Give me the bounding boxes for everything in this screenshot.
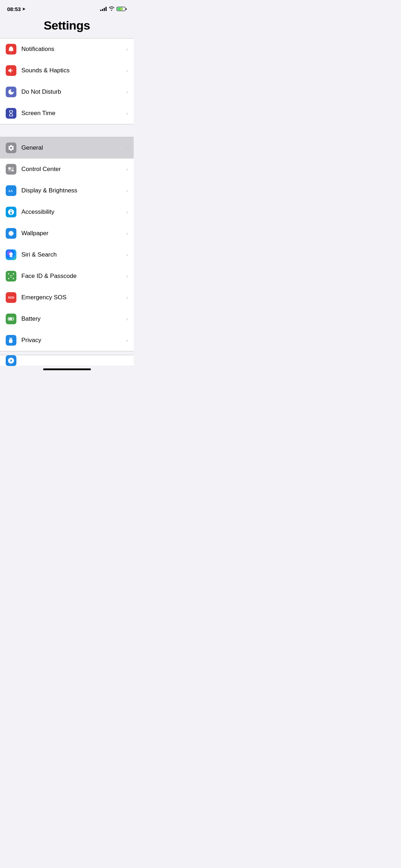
chevron-icon: › [126,188,128,193]
location-icon: ➤ [22,7,25,11]
display-icon: AA [6,185,16,196]
accessibility-icon [6,207,16,217]
donotdisturb-label: Do Not Disturb [21,88,126,95]
battery-icon: ⚡ [117,7,127,11]
controlcenter-label: Control Center [21,166,126,173]
sounds-label: Sounds & Haptics [21,67,126,74]
chevron-icon: › [126,46,128,52]
chevron-icon: › [126,209,128,215]
chevron-icon: › [126,273,128,279]
svg-rect-0 [9,167,11,170]
bottom-peek [0,355,134,366]
wallpaper-icon [6,228,16,239]
privacy-icon [6,335,16,346]
chevron-icon: › [126,231,128,236]
chevron-icon: › [126,252,128,258]
svg-rect-20 [8,278,9,279]
display-label: Display & Brightness [21,187,126,194]
svg-point-22 [10,275,11,276]
signal-bars [100,7,107,11]
settings-group-2: General › Control Center › AA Display & … [0,137,134,351]
chevron-icon: › [126,166,128,172]
settings-group-1: Notifications › Sounds & Haptics › Do No… [0,38,134,124]
svg-point-13 [10,232,12,234]
settings-item-battery[interactable]: Battery › [0,308,134,330]
status-right: ⚡ [100,6,127,12]
faceid-label: Face ID & Passcode [21,273,126,280]
battery-settings-icon [6,314,16,324]
svg-rect-25 [14,318,14,319]
settings-item-controlcenter[interactable]: Control Center › [0,159,134,180]
settings-item-accessibility[interactable]: Accessibility › [0,201,134,223]
settings-item-faceid[interactable]: Face ID & Passcode › [0,265,134,287]
settings-item-general[interactable]: General › [0,137,134,159]
screentime-label: Screen Time [21,110,126,117]
chevron-icon: › [126,110,128,116]
emergencysos-label: Emergency SOS [21,294,126,301]
status-time: 08:53 ➤ [7,6,25,12]
svg-rect-18 [8,273,9,275]
notifications-icon [6,44,16,55]
emergencysos-icon: SOS [6,292,16,303]
sounds-icon [6,65,16,76]
svg-rect-2 [9,170,11,171]
settings-item-display[interactable]: AA Display & Brightness › [0,180,134,201]
battery-label: Battery [21,315,126,322]
settings-item-emergencysos[interactable]: SOS Emergency SOS › [0,287,134,308]
settings-item-screentime[interactable]: Screen Time › [0,103,134,124]
faceid-icon [6,271,16,281]
general-label: General [21,144,126,151]
section-divider-2 [0,351,134,355]
chevron-icon: › [126,316,128,322]
peek-icon [6,355,16,366]
page-title: Settings [0,16,134,38]
siri-label: Siri & Search [21,251,126,258]
wifi-icon [109,6,114,12]
section-divider-1 [0,124,134,137]
chevron-icon: › [126,295,128,300]
donotdisturb-icon [6,87,16,97]
chevron-icon: › [126,89,128,95]
svg-point-23 [11,275,12,276]
chevron-icon: › [126,145,128,151]
siri-icon [6,249,16,260]
svg-text:AA: AA [8,189,13,193]
svg-rect-3 [11,170,14,171]
chevron-icon: › [126,68,128,73]
settings-item-sounds[interactable]: Sounds & Haptics › [0,60,134,81]
svg-rect-21 [14,278,14,279]
settings-item-notifications[interactable]: Notifications › [0,38,134,60]
home-indicator [43,368,91,370]
settings-item-wallpaper[interactable]: Wallpaper › [0,223,134,244]
chevron-icon: › [126,337,128,343]
settings-item-donotdisturb[interactable]: Do Not Disturb › [0,81,134,103]
screentime-icon [6,108,16,119]
notifications-label: Notifications [21,46,126,53]
home-indicator-area [0,366,134,373]
svg-rect-1 [11,167,14,170]
privacy-label: Privacy [21,337,126,344]
general-icon [6,143,16,153]
svg-rect-19 [14,273,14,275]
settings-item-siri[interactable]: Siri & Search › [0,244,134,265]
controlcenter-icon [6,164,16,175]
status-bar: 08:53 ➤ ⚡ [0,0,134,16]
wallpaper-label: Wallpaper [21,230,126,237]
settings-item-privacy[interactable]: Privacy › [0,330,134,351]
accessibility-label: Accessibility [21,208,126,216]
svg-rect-26 [9,318,12,320]
